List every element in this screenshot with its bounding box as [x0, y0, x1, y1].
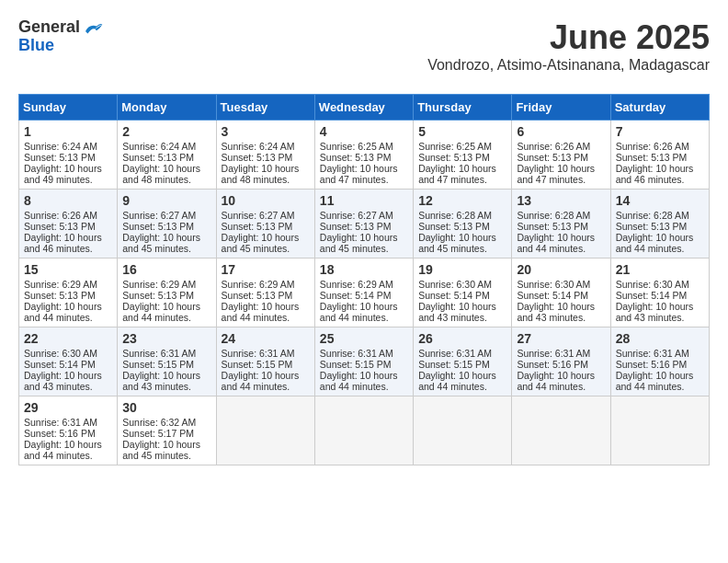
calendar-table: Sunday Monday Tuesday Wednesday Thursday… [18, 94, 710, 465]
col-sunday: Sunday [19, 95, 118, 121]
daylight-label: Daylight: 10 hours and 43 minutes. [24, 370, 102, 392]
sunset-label: Sunset: 5:13 PM [616, 152, 688, 163]
daylight-label: Daylight: 10 hours and 45 minutes. [122, 232, 200, 254]
daylight-label: Daylight: 10 hours and 43 minutes. [418, 301, 496, 323]
sunrise-label: Sunrise: 6:24 AM [24, 141, 97, 152]
daylight-label: Daylight: 10 hours and 43 minutes. [517, 301, 595, 323]
calendar-week-2: 8 Sunrise: 6:26 AM Sunset: 5:13 PM Dayli… [19, 190, 710, 259]
daylight-label: Daylight: 10 hours and 44 minutes. [320, 301, 398, 323]
sunset-label: Sunset: 5:15 PM [222, 359, 293, 370]
table-row: 24 Sunrise: 6:31 AM Sunset: 5:15 PM Dayl… [216, 327, 314, 396]
day-number: 13 [517, 193, 605, 208]
month-title: June 2025 [427, 18, 710, 57]
sunset-label: Sunset: 5:13 PM [222, 221, 293, 232]
sunrise-label: Sunrise: 6:28 AM [517, 210, 590, 221]
sunrise-label: Sunrise: 6:30 AM [418, 279, 492, 290]
day-number: 30 [122, 400, 210, 415]
day-number: 6 [517, 124, 605, 139]
sunset-label: Sunset: 5:13 PM [418, 152, 490, 163]
calendar-week-4: 22 Sunrise: 6:30 AM Sunset: 5:14 PM Dayl… [19, 327, 710, 396]
sunrise-label: Sunrise: 6:29 AM [222, 279, 295, 290]
table-row: 20 Sunrise: 6:30 AM Sunset: 5:14 PM Dayl… [512, 259, 610, 327]
table-row: 30 Sunrise: 6:32 AM Sunset: 5:17 PM Dayl… [118, 396, 216, 465]
logo-general-text: General [18, 18, 80, 37]
table-row [610, 396, 709, 465]
sunset-label: Sunset: 5:13 PM [122, 290, 194, 301]
col-thursday: Thursday [414, 95, 512, 121]
sunset-label: Sunset: 5:13 PM [222, 152, 293, 163]
sunset-label: Sunset: 5:13 PM [24, 290, 96, 301]
day-number: 2 [122, 124, 210, 139]
daylight-label: Daylight: 10 hours and 47 minutes. [320, 163, 398, 185]
sunset-label: Sunset: 5:13 PM [320, 221, 392, 232]
table-row: 18 Sunrise: 6:29 AM Sunset: 5:14 PM Dayl… [314, 259, 413, 327]
daylight-label: Daylight: 10 hours and 44 minutes. [222, 370, 300, 392]
table-row: 13 Sunrise: 6:28 AM Sunset: 5:13 PM Dayl… [512, 190, 610, 259]
table-row: 23 Sunrise: 6:31 AM Sunset: 5:15 PM Dayl… [118, 327, 216, 396]
sunrise-label: Sunrise: 6:31 AM [517, 348, 590, 359]
day-number: 18 [320, 262, 408, 277]
location-title: Vondrozo, Atsimo-Atsinanana, Madagascar [427, 57, 710, 74]
sunset-label: Sunset: 5:13 PM [616, 221, 688, 232]
table-row: 9 Sunrise: 6:27 AM Sunset: 5:13 PM Dayli… [118, 190, 216, 259]
day-number: 23 [122, 331, 210, 346]
daylight-label: Daylight: 10 hours and 49 minutes. [24, 163, 102, 185]
header-row: Sunday Monday Tuesday Wednesday Thursday… [19, 95, 710, 121]
table-row: 6 Sunrise: 6:26 AM Sunset: 5:13 PM Dayli… [512, 121, 610, 190]
day-number: 9 [122, 193, 210, 208]
daylight-label: Daylight: 10 hours and 46 minutes. [616, 163, 694, 185]
day-number: 14 [616, 193, 704, 208]
col-monday: Monday [118, 95, 216, 121]
daylight-label: Daylight: 10 hours and 44 minutes. [616, 232, 694, 254]
logo-bird-icon [82, 18, 104, 37]
daylight-label: Daylight: 10 hours and 45 minutes. [222, 232, 300, 254]
sunrise-label: Sunrise: 6:30 AM [24, 348, 97, 359]
daylight-label: Daylight: 10 hours and 48 minutes. [122, 163, 200, 185]
sunrise-label: Sunrise: 6:27 AM [320, 210, 393, 221]
calendar-week-5: 29 Sunrise: 6:31 AM Sunset: 5:16 PM Dayl… [19, 396, 710, 465]
table-row: 16 Sunrise: 6:29 AM Sunset: 5:13 PM Dayl… [118, 259, 216, 327]
table-row [314, 396, 413, 465]
daylight-label: Daylight: 10 hours and 44 minutes. [616, 370, 694, 392]
sunrise-label: Sunrise: 6:28 AM [418, 210, 492, 221]
sunset-label: Sunset: 5:17 PM [122, 428, 194, 439]
day-number: 5 [418, 124, 506, 139]
day-number: 11 [320, 193, 408, 208]
header-right: June 2025 Vondrozo, Atsimo-Atsinanana, M… [427, 18, 710, 83]
daylight-label: Daylight: 10 hours and 48 minutes. [222, 163, 300, 185]
sunset-label: Sunset: 5:13 PM [517, 221, 588, 232]
sunrise-label: Sunrise: 6:25 AM [418, 141, 492, 152]
day-number: 25 [320, 331, 408, 346]
daylight-label: Daylight: 10 hours and 44 minutes. [24, 301, 102, 323]
col-wednesday: Wednesday [314, 95, 413, 121]
day-number: 8 [24, 193, 112, 208]
day-number: 17 [222, 262, 310, 277]
sunrise-label: Sunrise: 6:30 AM [517, 279, 590, 290]
sunrise-label: Sunrise: 6:24 AM [222, 141, 295, 152]
sunset-label: Sunset: 5:14 PM [24, 359, 96, 370]
sunset-label: Sunset: 5:13 PM [24, 221, 96, 232]
table-row: 21 Sunrise: 6:30 AM Sunset: 5:14 PM Dayl… [610, 259, 709, 327]
day-number: 16 [122, 262, 210, 277]
daylight-label: Daylight: 10 hours and 45 minutes. [418, 232, 496, 254]
table-row: 8 Sunrise: 6:26 AM Sunset: 5:13 PM Dayli… [19, 190, 118, 259]
daylight-label: Daylight: 10 hours and 43 minutes. [122, 370, 200, 392]
table-row: 11 Sunrise: 6:27 AM Sunset: 5:13 PM Dayl… [314, 190, 413, 259]
sunrise-label: Sunrise: 6:31 AM [122, 348, 196, 359]
daylight-label: Daylight: 10 hours and 44 minutes. [517, 232, 595, 254]
sunrise-label: Sunrise: 6:31 AM [616, 348, 689, 359]
daylight-label: Daylight: 10 hours and 47 minutes. [517, 163, 595, 185]
day-number: 19 [418, 262, 506, 277]
day-number: 29 [24, 400, 112, 415]
table-row: 5 Sunrise: 6:25 AM Sunset: 5:13 PM Dayli… [414, 121, 512, 190]
page-container: General Blue June 2025 Vondrozo, Atsimo-… [18, 18, 710, 465]
daylight-label: Daylight: 10 hours and 46 minutes. [24, 232, 102, 254]
sunset-label: Sunset: 5:15 PM [320, 359, 392, 370]
daylight-label: Daylight: 10 hours and 44 minutes. [517, 370, 595, 392]
sunrise-label: Sunrise: 6:24 AM [122, 141, 196, 152]
sunrise-label: Sunrise: 6:30 AM [616, 279, 689, 290]
day-number: 1 [24, 124, 112, 139]
table-row: 26 Sunrise: 6:31 AM Sunset: 5:15 PM Dayl… [414, 327, 512, 396]
sunset-label: Sunset: 5:13 PM [122, 221, 194, 232]
col-friday: Friday [512, 95, 610, 121]
